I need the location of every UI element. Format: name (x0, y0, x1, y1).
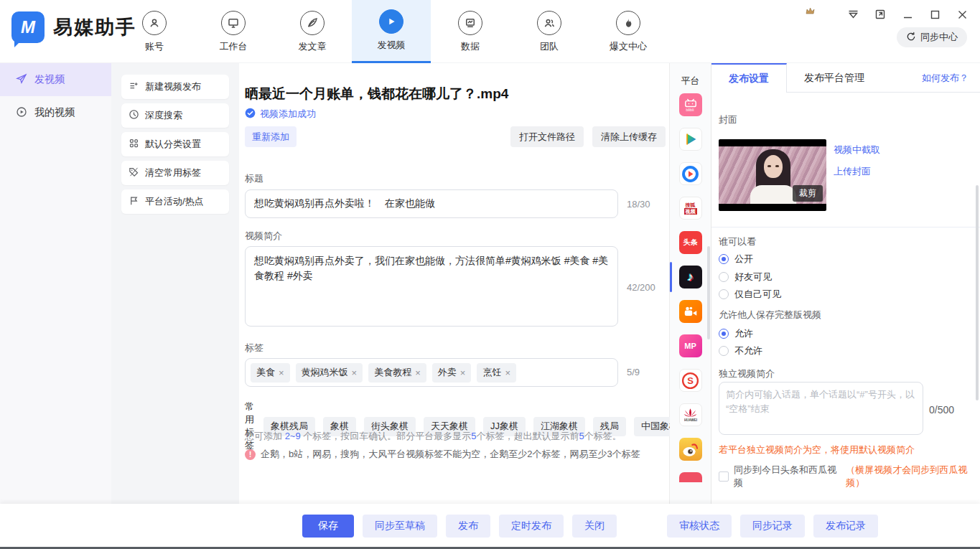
tencent-video-icon (679, 128, 702, 151)
music-note-glyph: ♪ (687, 270, 694, 284)
publish-button[interactable]: 发布 (446, 515, 490, 538)
sidebar-item-label: 我的视频 (34, 106, 75, 119)
platform-toutiao[interactable]: 头条 (670, 225, 711, 260)
nav-label: 团队 (540, 40, 559, 53)
cover-thumbnail[interactable]: 裁剪 (719, 139, 826, 211)
tag-chip: 黄焖鸡米饭× (296, 363, 363, 383)
tag-chip: 烹饪× (477, 363, 516, 383)
tags-input[interactable]: 美食× 黄焖鸡米饭× 美食教程× 外卖× 烹饪× (245, 358, 618, 387)
account-icon (142, 11, 167, 35)
sidebar-item-my-videos[interactable]: 我的视频 (0, 96, 111, 129)
nav-item-workbench[interactable]: 工作台 (194, 0, 273, 63)
play-circle-icon (16, 106, 27, 120)
nav-item-publish-article[interactable]: 发文章 (273, 0, 352, 63)
grid-icon (129, 138, 139, 151)
tags-hint: 您可添加 2~9 个标签，按回车确认。部分平台最多显示5个标签，超出默认显示前5… (245, 430, 622, 443)
maximize-icon[interactable] (927, 7, 943, 22)
platform-sohu-video[interactable]: 搜狐 视频 (670, 191, 711, 225)
crop-badge-button[interactable]: 裁剪 (793, 185, 823, 202)
remove-tag-icon[interactable]: × (352, 367, 358, 378)
save-button[interactable]: 保存 (302, 515, 354, 538)
exclamation-icon: ! (245, 449, 256, 460)
tab-publish-settings[interactable]: 发布设置 (711, 63, 787, 93)
platform-meipai[interactable]: MP (670, 329, 711, 363)
save-permission-allow[interactable]: 允许 (719, 327, 753, 340)
sync-center-button[interactable]: 同步中心 (897, 27, 967, 47)
platform-partial[interactable] (670, 466, 711, 482)
rail-scrollbar[interactable] (707, 246, 710, 339)
hint-highlight: 2~9 (285, 431, 301, 441)
remove-tag-icon[interactable]: × (460, 367, 466, 378)
checkbox-icon[interactable] (719, 471, 729, 482)
nav-item-hot-center[interactable]: 爆文中心 (589, 0, 668, 63)
platform-kuaishou[interactable] (670, 294, 711, 329)
close-button[interactable]: 关闭 (572, 515, 617, 538)
deep-search-button[interactable]: 深度搜索 (121, 103, 229, 128)
independent-desc-textarea[interactable] (719, 382, 923, 435)
sync-toutiao-checkbox-row[interactable]: 同步到今日头条和西瓜视频（横屏视频才会同步到西瓜视频） (719, 464, 980, 489)
re-add-button[interactable]: 重新添加 (245, 126, 297, 147)
independent-desc-note: 若平台独立视频简介为空，将使用默认视频简介 (719, 444, 915, 456)
visibility-option-public[interactable]: 公开 (719, 253, 753, 266)
logo-letter: M (21, 17, 35, 37)
clear-common-tags-button[interactable]: 清空常用标签 (121, 161, 229, 185)
nav-label: 发文章 (299, 40, 327, 53)
desc-counter: 42/200 (627, 282, 655, 293)
nav-label: 工作台 (220, 40, 248, 53)
meipai-icon: MP (679, 334, 702, 357)
new-video-publish-button[interactable]: 新建视频发布 (121, 75, 229, 99)
platform-tencent-video[interactable] (670, 122, 711, 156)
clear-upload-cache-button[interactable]: 清除上传缓存 (592, 126, 666, 147)
refresh-icon (906, 32, 916, 44)
clock-icon (129, 109, 139, 122)
independent-desc-label: 独立视频简介 (719, 367, 775, 380)
platform-douyin-selected[interactable]: ♪ (670, 260, 711, 294)
capture-from-video-link[interactable]: 视频中截取 (834, 144, 880, 156)
hide-to-tray-icon[interactable] (845, 7, 861, 22)
nav-item-data[interactable]: 数据 (431, 0, 510, 63)
review-status-button[interactable]: 审核状态 (667, 515, 732, 538)
sync-records-button[interactable]: 同步记录 (740, 515, 805, 538)
description-textarea[interactable]: 想吃黄焖鸡别再点外卖了，我们在家也能做，方法很简单#黄焖鸡米饭 #美食 #美食教… (245, 246, 618, 327)
title-input[interactable] (245, 189, 618, 218)
app-logo-icon: M (11, 11, 45, 43)
default-category-settings-button[interactable]: 默认分类设置 (121, 132, 229, 156)
remove-tag-icon[interactable]: × (415, 367, 421, 378)
radio-icon (719, 272, 729, 282)
save-permission-deny[interactable]: 不允许 (719, 344, 762, 357)
hint-highlight: 5 (471, 431, 476, 441)
platform-sogou[interactable]: S (670, 363, 711, 398)
publish-records-button[interactable]: 发布记录 (813, 515, 878, 538)
visibility-option-private[interactable]: 仅自己可见 (719, 288, 781, 301)
nav-item-publish-video[interactable]: 发视频 (352, 0, 431, 63)
scheduled-publish-button[interactable]: 定时发布 (499, 515, 564, 538)
mini-window-icon[interactable] (872, 7, 888, 22)
bilibili-icon: bilibili (679, 93, 702, 116)
sync-to-draft-button[interactable]: 同步至草稿 (363, 515, 437, 538)
visibility-option-friends[interactable]: 好友可见 (719, 271, 772, 283)
section-divider (711, 227, 980, 227)
remove-tag-icon[interactable]: × (505, 367, 510, 378)
upload-cover-link[interactable]: 上传封面 (834, 165, 871, 178)
close-icon[interactable] (954, 7, 970, 22)
douyin-icon: ♪ (679, 266, 702, 288)
platform-activity-button[interactable]: 平台活动/热点 (121, 189, 229, 214)
minimize-icon[interactable] (900, 7, 915, 22)
desc-field-label: 视频简介 (245, 230, 282, 243)
platform-weibo[interactable] (670, 432, 711, 466)
nav-item-account[interactable]: 账号 (115, 0, 194, 63)
tab-platform-management[interactable]: 发布平台管理 (787, 63, 882, 93)
sidebar-item-publish-video[interactable]: 发视频 (0, 63, 111, 96)
open-file-path-button[interactable]: 打开文件路径 (510, 126, 584, 147)
nav-item-team[interactable]: 团队 (510, 0, 589, 63)
how-to-publish-link[interactable]: 如何发布？ (922, 72, 969, 85)
platform-haokan-video[interactable] (670, 156, 711, 191)
platform-huawei[interactable]: HUAWEI (670, 398, 711, 432)
radio-label: 好友可见 (734, 271, 772, 283)
radio-selected-icon (719, 254, 729, 264)
thumb-figure-body (750, 185, 796, 204)
panel-scrollbar[interactable] (976, 185, 979, 400)
visibility-label: 谁可以看 (719, 235, 756, 248)
remove-tag-icon[interactable]: × (279, 367, 284, 378)
platform-bilibili[interactable]: bilibili (670, 88, 711, 122)
